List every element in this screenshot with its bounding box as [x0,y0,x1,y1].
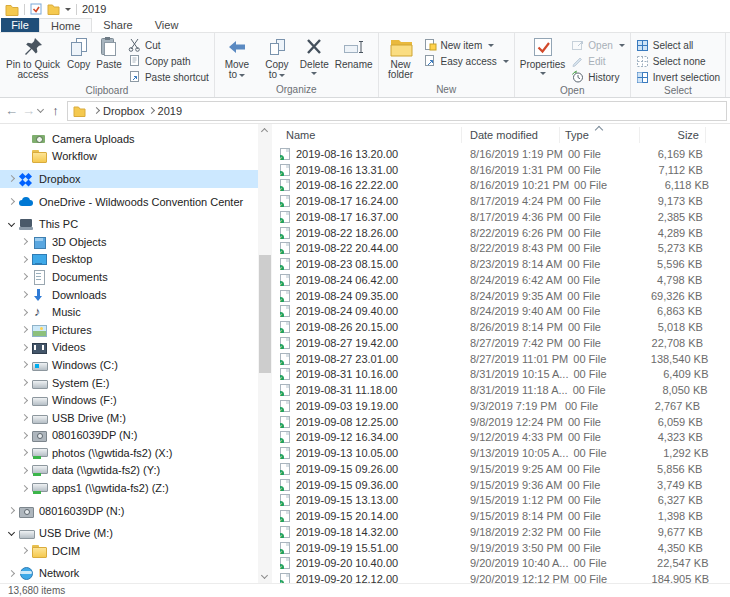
ribbon-tab[interactable]: Share [92,18,143,32]
pin-to-quick-access-button[interactable]: Pin to Quick access [2,34,64,80]
tree-chevron-icon[interactable] [5,172,18,185]
tree-item[interactable]: Documents [0,268,258,286]
tree-item[interactable]: Pictures [0,321,258,339]
tree-chevron-icon[interactable] [18,429,31,442]
table-row[interactable]: 2019-09-12 16.34.00 9/12/2019 4:33 PM 00… [272,430,730,446]
tree-chevron-icon[interactable] [5,218,18,231]
table-row[interactable]: 2019-08-26 20.15.00 8/26/2019 8:14 PM 00… [272,319,730,335]
breadcrumb-segment[interactable]: 2019 [158,105,182,117]
table-row[interactable]: 2019-08-17 16.24.00 8/17/2019 4:24 PM 00… [272,193,730,209]
tree-item[interactable]: Music [0,303,258,321]
tree-item[interactable]: Dropbox [0,170,258,188]
tree-item[interactable]: OneDrive - Wildwoods Convention Center [0,193,258,211]
table-row[interactable]: 2019-08-16 22.22.00 8/16/2019 10:21 PM 0… [272,178,730,194]
tree-item[interactable]: USB Drive (M:) [0,524,258,542]
table-row[interactable]: 2019-08-27 19.42.00 8/27/2019 7:42 PM 00… [272,335,730,351]
table-row[interactable]: 2019-09-15 20.14.00 9/15/2019 8:14 PM 00… [272,508,730,524]
table-row[interactable]: 2019-09-08 12.25.00 9/8/2019 12:24 PM 00… [272,414,730,430]
column-header-date-modified[interactable]: Date modified [462,127,560,143]
table-row[interactable]: 2019-09-13 10.05.00 9/13/2019 10:05 A...… [272,445,730,461]
back-button[interactable]: ← [3,99,20,123]
select-none-button[interactable]: Select none [633,53,723,69]
table-row[interactable]: 2019-09-18 14.32.00 9/18/2019 2:32 PM 00… [272,524,730,540]
table-row[interactable]: 2019-08-27 23.01.00 8/27/2019 11:01 PM 0… [272,351,730,367]
ribbon-tab[interactable]: View [144,18,190,32]
tree-item[interactable]: photos (\\gwtida-fs2) (X:) [0,444,258,462]
scrollbar-thumb[interactable] [259,255,271,373]
paste-shortcut-button[interactable]: Paste shortcut [125,69,212,85]
copy-to-button[interactable]: Copy to [257,34,297,80]
tree-chevron-icon[interactable] [18,411,31,424]
sidebar-scrollbar[interactable] [258,124,272,583]
tree-item[interactable]: Network [0,565,258,583]
table-row[interactable]: 2019-08-24 06.42.00 8/24/2019 6:42 AM 00… [272,272,730,288]
tree-item[interactable]: System (E:) [0,374,258,392]
invert-selection-button[interactable]: Invert selection [633,69,723,85]
table-row[interactable]: 2019-08-24 09.40.00 8/24/2019 9:40 AM 00… [272,304,730,320]
tree-chevron-icon[interactable] [18,288,31,301]
tree-chevron-icon[interactable] [18,464,31,477]
open-button[interactable]: Open [568,37,627,53]
tree-item[interactable]: Downloads [0,286,258,304]
table-row[interactable]: 2019-08-23 08.15.00 8/23/2019 8:14 AM 00… [272,256,730,272]
rename-button[interactable]: Rename [332,34,376,70]
tree-chevron-icon[interactable] [18,253,31,266]
tree-item[interactable]: data (\\gwtida-fs2) (Y:) [0,462,258,480]
table-row[interactable]: 2019-09-15 09.26.00 9/15/2019 9:25 AM 00… [272,461,730,477]
tree-item[interactable]: Desktop [0,251,258,269]
tree-chevron-icon[interactable] [18,341,31,354]
copy-button[interactable]: Copy [64,34,93,70]
table-row[interactable]: 2019-09-15 09.36.00 9/15/2019 9:36 AM 00… [272,477,730,493]
properties-button[interactable]: Properties [517,34,569,75]
column-header-size[interactable]: Size [640,127,706,143]
table-row[interactable]: 2019-08-16 13.31.00 8/16/2019 1:31 PM 00… [272,162,730,178]
table-row[interactable]: 2019-08-31 11.18.00 8/31/2019 11:18 A...… [272,382,730,398]
address-input[interactable]: Dropbox 2019 [67,101,727,121]
tree-chevron-icon[interactable] [18,376,31,389]
tree-chevron-icon[interactable] [5,504,18,517]
copy-path-button[interactable]: Copy path [125,53,212,69]
tree-chevron-icon[interactable] [18,544,31,557]
table-row[interactable]: 2019-09-20 10.40.00 9/20/2019 10:40 A...… [272,556,730,572]
column-header-name[interactable]: Name [280,127,462,143]
tree-item[interactable]: 08016039DP (N:) [0,427,258,445]
quick-access-new-folder-icon[interactable] [47,3,60,15]
tree-chevron-icon[interactable] [5,195,18,208]
select-all-button[interactable]: Select all [633,37,723,53]
tree-item[interactable]: DCIM [0,542,258,560]
forward-button[interactable]: → [20,99,37,123]
edit-button[interactable]: Edit [568,53,627,69]
ribbon-tab[interactable]: Home [39,18,92,32]
tree-item[interactable]: Windows (C:) [0,356,258,374]
tree-item[interactable]: 3D Objects [0,233,258,251]
tree-chevron-icon[interactable] [5,567,18,580]
tree-item[interactable]: 08016039DP (N:) [0,502,258,520]
new-folder-button[interactable]: New folder [381,34,421,80]
tree-item[interactable]: This PC [0,215,258,233]
tree-chevron-icon[interactable] [18,323,31,336]
tree-chevron-icon[interactable] [5,527,18,540]
table-row[interactable]: 2019-08-31 10.16.00 8/31/2019 10:15 A...… [272,367,730,383]
tree-chevron-icon[interactable] [18,235,31,248]
easy-access-button[interactable]: Easy access [421,53,512,69]
scroll-down-icon[interactable] [261,572,268,579]
table-row[interactable]: 2019-09-03 19.19.00 9/3/2019 7:19 PM 00 … [272,398,730,414]
table-row[interactable]: 2019-08-24 09.35.00 8/24/2019 9:35 AM 00… [272,288,730,304]
table-row[interactable]: 2019-08-22 20.44.00 8/22/2019 8:43 PM 00… [272,241,730,257]
tree-chevron-icon[interactable] [18,482,31,495]
move-to-button[interactable]: Move to [217,34,257,80]
tree-item[interactable]: USB Drive (M:) [0,409,258,427]
tree-item[interactable]: Videos [0,339,258,357]
paste-button[interactable]: Paste [93,34,125,70]
scroll-up-icon[interactable] [261,128,268,135]
up-button[interactable]: ↑ [47,99,64,123]
tree-chevron-icon[interactable] [18,358,31,371]
tree-chevron-icon[interactable] [18,446,31,459]
tree-item[interactable]: Camera Uploads [0,130,258,148]
new-item-button[interactable]: New item [421,37,512,53]
tree-item[interactable]: apps1 (\\gwtida-fs2) (Z:) [0,479,258,497]
tree-chevron-icon[interactable] [18,394,31,407]
tree-chevron-icon[interactable] [18,132,31,145]
tree-chevron-icon[interactable] [18,270,31,283]
recent-locations-icon[interactable] [37,106,44,113]
